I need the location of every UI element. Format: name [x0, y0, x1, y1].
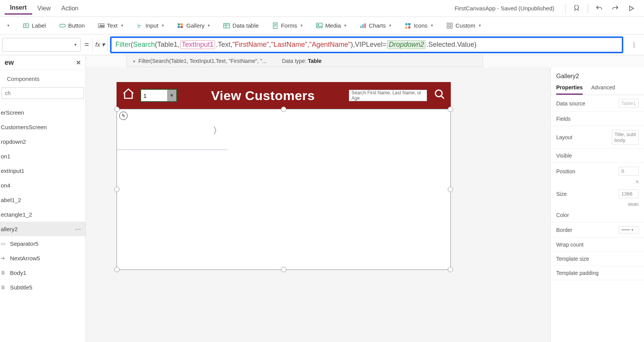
resize-handle[interactable] [448, 267, 453, 272]
tree-item-rectangle1-2[interactable]: ectangle1_2 [0, 207, 85, 222]
resize-handle[interactable] [281, 267, 286, 272]
prop-visible[interactable]: Visible [551, 149, 644, 163]
undo-icon[interactable] [593, 2, 606, 15]
svg-point-19 [408, 26, 411, 28]
formula-expand[interactable] [626, 41, 642, 49]
chevron-down-icon[interactable]: ▾ [133, 59, 135, 64]
prop-position[interactable]: Position 0 [551, 163, 644, 179]
tree-item-dropdown2[interactable]: ropdown2 [0, 134, 85, 149]
svg-rect-6 [181, 23, 183, 25]
search-icon[interactable] [434, 89, 445, 103]
prop-data-source[interactable]: Data source Table1 [551, 95, 644, 112]
svg-marker-18 [405, 26, 408, 28]
selected-control-name: Gallery2 [551, 71, 644, 81]
app-search-input[interactable]: Search First Name, Last Name, or Age [349, 90, 427, 101]
tree-item-erscreen[interactable]: erScreen [0, 105, 85, 120]
app-preview-frame: 1 ▼ View Customers Search First Name, La… [117, 82, 451, 270]
svg-rect-20 [447, 23, 449, 25]
home-icon[interactable] [122, 87, 135, 104]
prop-template-size[interactable]: Template size [551, 252, 644, 266]
tree-item-textinput1[interactable]: extInput1 [0, 163, 85, 178]
tree-item-body1[interactable]: 🗎Body1 [0, 265, 85, 280]
tree-item-on4[interactable]: on4 [0, 178, 85, 192]
prop-color[interactable]: Color [551, 208, 644, 222]
svg-rect-17 [408, 23, 411, 25]
tab-properties[interactable]: Properties [556, 84, 583, 95]
ribbon-media[interactable]: Media▾ [313, 21, 350, 31]
tree-item-customersscreen[interactable]: CustomersScreen [0, 120, 85, 134]
more-icon[interactable]: ⋯ [75, 225, 82, 232]
tree-view-title: ew [5, 59, 14, 67]
prop-layout[interactable]: Layout Title, subt body [551, 126, 644, 149]
dropdown-value: 1 [143, 92, 146, 99]
ribbon-custom[interactable]: Custom▾ [443, 21, 484, 31]
prop-fields[interactable]: Fields [551, 112, 644, 126]
menu-tab-insert[interactable]: Insert [5, 2, 32, 15]
prop-template-padding[interactable]: Template padding [551, 266, 644, 280]
ribbon-button[interactable]: Button [56, 21, 88, 31]
ribbon-icons[interactable]: Icons▾ [401, 21, 436, 31]
separator-icon: ▭ [1, 241, 8, 247]
resize-handle[interactable] [281, 107, 286, 112]
viplevel-dropdown[interactable]: 1 ▼ [140, 89, 177, 102]
app-state-label: FirstCanvasApp - Saved (Unpublished) [455, 5, 554, 12]
tree-item-on1[interactable]: on1 [0, 149, 85, 163]
forms-icon [272, 22, 279, 29]
resize-handle[interactable] [448, 187, 453, 192]
tree-search-input[interactable] [2, 87, 84, 99]
ribbon-icons-text: Icons [414, 22, 427, 29]
divider [565, 4, 565, 13]
ribbon-label[interactable]: Label [20, 21, 49, 31]
menu-tab-action[interactable]: Action [56, 3, 84, 14]
icons-icon [404, 22, 411, 29]
prop-border[interactable]: Border ▾ [551, 222, 644, 238]
app-checker-icon[interactable] [570, 2, 583, 15]
divider [588, 4, 588, 13]
formula-input[interactable]: Filter(Search(Table1, TextInput1.Text, "… [110, 36, 623, 53]
gallery-template-item[interactable]: 〉 [117, 109, 227, 150]
ribbon-datatable[interactable]: Data table [220, 21, 261, 31]
svg-point-24 [435, 90, 442, 97]
ribbon-datatable-text: Data table [232, 22, 258, 29]
prop-size[interactable]: Size 1366 [551, 186, 644, 202]
resize-handle[interactable] [114, 267, 120, 272]
tree-item-nextarrow5[interactable]: ➔NextArrow5 [0, 251, 85, 265]
ribbon-text[interactable]: Abc Text▾ [95, 21, 127, 31]
tab-advanced[interactable]: Advanced [591, 84, 615, 95]
fx-label[interactable]: fx▾ [92, 38, 108, 52]
tree-item-separator5[interactable]: ▭Separator5 [0, 236, 85, 251]
svg-rect-11 [317, 23, 322, 28]
tree-item-gallery2[interactable]: allery2⋯ [0, 222, 85, 236]
menu-tab-view[interactable]: View [32, 3, 56, 14]
ribbon-forms[interactable]: Forms▾ [269, 21, 306, 31]
tree-item-subtitle5[interactable]: 🗎Subtitle5 [0, 280, 85, 294]
custom-icon [446, 22, 453, 29]
resize-handle[interactable] [114, 107, 120, 112]
ribbon-charts[interactable]: Charts▾ [356, 21, 394, 31]
prop-wrap-count[interactable]: Wrap count [551, 238, 644, 252]
breadcrumb-text: Filter(Search(Table1, TextInput1.Text, "… [138, 58, 266, 64]
ribbon-gallery[interactable]: Gallery▾ [174, 21, 214, 31]
resize-handle[interactable] [114, 187, 120, 192]
app-header: 1 ▼ View Customers Search First Name, La… [117, 82, 451, 109]
ribbon-charts-text: Charts [369, 22, 386, 29]
svg-rect-15 [365, 23, 366, 28]
close-icon[interactable]: ✕ [76, 59, 81, 66]
ribbon-input-text: Input [146, 22, 158, 29]
ribbon-new-dropdown[interactable]: ▾ [3, 21, 13, 30]
formula-bar: ▾ = fx▾ Filter(Search(Table1, TextInput1… [0, 35, 644, 55]
tree-item-label1-2[interactable]: abel1_2 [0, 192, 85, 207]
redo-icon[interactable] [609, 2, 622, 15]
resize-handle[interactable] [448, 107, 453, 112]
position-x-label: X [551, 179, 644, 186]
next-arrow-icon[interactable]: 〉 [213, 125, 222, 137]
play-icon[interactable] [625, 2, 638, 15]
ribbon-input[interactable]: Input▾ [133, 21, 167, 31]
tree-tab-components[interactable]: Components [3, 73, 43, 84]
svg-rect-13 [360, 26, 361, 28]
svg-rect-7 [177, 26, 180, 28]
tree-list: erScreen CustomersScreen ropdown2 on1 ex… [0, 105, 85, 294]
svg-rect-23 [450, 26, 452, 28]
property-selector[interactable]: ▾ [2, 38, 81, 52]
gallery2-selection[interactable]: ✎ 〉 [117, 109, 451, 270]
